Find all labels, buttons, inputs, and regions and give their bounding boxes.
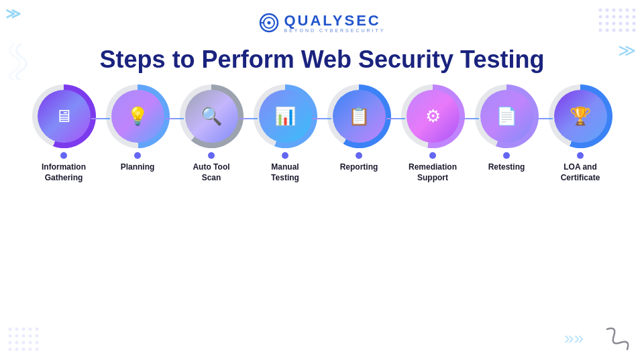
svg-point-37 <box>29 341 32 345</box>
step-label-1: Planning <box>121 162 155 173</box>
step-circle-inner-2: 🔍 <box>185 90 238 143</box>
svg-point-27 <box>29 328 32 331</box>
svg-point-47 <box>268 21 271 25</box>
logo-text: QUALYSEC BEYOND CYBERSECURITY <box>284 13 385 33</box>
svg-point-16 <box>626 22 629 25</box>
logo-icon <box>258 12 280 34</box>
deco-bottom-right-squiggle <box>604 326 637 355</box>
deco-top-right-dots <box>597 7 637 34</box>
steps-container: 🖥Information Gathering💡Planning🔍Auto Too… <box>0 84 644 183</box>
step-icon-7: 🏆 <box>570 106 591 127</box>
svg-point-13 <box>606 22 609 25</box>
title-section: Steps to Perform Web Security Testing <box>0 39 644 84</box>
step-icon-0: 🖥 <box>55 106 72 127</box>
svg-point-3 <box>619 9 623 12</box>
svg-point-25 <box>15 328 19 331</box>
step-dot-1 <box>134 152 141 159</box>
step-item-1: 💡Planning <box>101 84 174 173</box>
step-item-6: 📄Retesting <box>470 84 543 173</box>
logo-sub-text: BEYOND CYBERSECURITY <box>284 28 385 33</box>
svg-point-43 <box>36 348 39 351</box>
step-circle-inner-6: 📄 <box>480 90 533 143</box>
svg-point-35 <box>15 341 19 345</box>
svg-point-5 <box>633 9 636 12</box>
step-item-3: 📊Manual Testing <box>248 84 322 183</box>
step-label-7: LOA and Certificate <box>561 162 600 183</box>
deco-wave-left <box>8 40 28 83</box>
step-label-0: Information Gathering <box>42 162 86 183</box>
step-icon-1: 💡 <box>127 106 148 127</box>
svg-point-6 <box>599 15 602 19</box>
step-circle-outer-3: 📊 <box>254 84 317 148</box>
deco-bottom-left-dots <box>7 326 44 355</box>
svg-point-2 <box>612 9 616 12</box>
step-icon-2: 🔍 <box>201 106 222 127</box>
svg-point-40 <box>15 348 19 351</box>
step-dot-5 <box>429 152 436 159</box>
svg-point-20 <box>612 29 616 32</box>
page-title: Steps to Perform Web Security Testing <box>13 46 631 74</box>
svg-point-33 <box>36 335 39 338</box>
step-circle-outer-5: ⚙ <box>401 84 465 148</box>
svg-point-28 <box>36 328 39 331</box>
step-item-7: 🏆LOA and Certificate <box>543 84 617 183</box>
step-icon-3: 📊 <box>274 106 296 127</box>
step-dot-3 <box>282 152 288 159</box>
svg-point-11 <box>633 15 636 19</box>
svg-point-21 <box>619 29 623 32</box>
step-label-5: Remediation Support <box>409 162 457 183</box>
svg-point-18 <box>599 29 602 32</box>
step-item-5: ⚙Remediation Support <box>396 84 470 183</box>
step-label-2: Auto Tool Scan <box>193 162 229 183</box>
svg-point-1 <box>606 9 609 12</box>
svg-point-36 <box>22 341 25 345</box>
step-icon-5: ⚙ <box>425 106 441 127</box>
step-circle-outer-2: 🔍 <box>180 84 244 148</box>
step-item-0: 🖥Information Gathering <box>27 84 101 183</box>
svg-point-9 <box>619 15 623 19</box>
step-icon-6: 📄 <box>496 106 517 127</box>
svg-point-41 <box>22 348 25 351</box>
step-circle-inner-4: 📋 <box>333 90 386 143</box>
step-dot-2 <box>208 152 215 159</box>
logo: QUALYSEC BEYOND CYBERSECURITY <box>258 12 385 34</box>
step-item-2: 🔍Auto Tool Scan <box>174 84 248 183</box>
svg-point-42 <box>29 348 32 351</box>
svg-point-7 <box>606 15 609 19</box>
svg-point-38 <box>36 341 39 345</box>
step-label-3: Manual Testing <box>271 162 299 183</box>
step-circle-outer-7: 🏆 <box>549 84 612 148</box>
step-circle-outer-4: 📋 <box>327 84 391 148</box>
svg-point-19 <box>606 29 609 32</box>
svg-point-17 <box>633 22 636 25</box>
step-icon-4: 📋 <box>348 106 370 127</box>
svg-point-12 <box>599 22 602 25</box>
svg-point-39 <box>9 348 12 351</box>
svg-point-10 <box>626 15 629 19</box>
svg-point-30 <box>15 335 19 338</box>
svg-point-23 <box>633 29 636 32</box>
step-label-6: Retesting <box>488 162 525 173</box>
step-circle-inner-3: 📊 <box>259 90 312 143</box>
step-circle-outer-0: 🖥 <box>32 84 96 148</box>
svg-point-4 <box>626 9 629 12</box>
step-circle-inner-5: ⚙ <box>407 90 460 143</box>
step-dot-7 <box>577 152 584 159</box>
svg-point-14 <box>612 22 616 25</box>
step-item-4: 📋Reporting <box>322 84 396 173</box>
svg-point-22 <box>626 29 629 32</box>
deco-top-left-chevron: ≫ <box>5 5 21 23</box>
svg-point-32 <box>29 335 32 338</box>
header: QUALYSEC BEYOND CYBERSECURITY <box>0 0 644 39</box>
deco-top-right-chevron: ≫ <box>618 40 636 61</box>
step-dot-6 <box>503 152 510 159</box>
svg-point-24 <box>9 328 12 331</box>
step-dot-4 <box>356 152 362 159</box>
step-circle-inner-1: 💡 <box>111 90 164 143</box>
svg-point-8 <box>612 15 616 19</box>
step-circle-inner-7: 🏆 <box>554 90 607 143</box>
svg-point-34 <box>9 341 12 345</box>
step-circle-outer-6: 📄 <box>475 84 539 148</box>
step-label-4: Reporting <box>340 162 378 173</box>
logo-main-text: QUALYSEC <box>284 13 380 28</box>
